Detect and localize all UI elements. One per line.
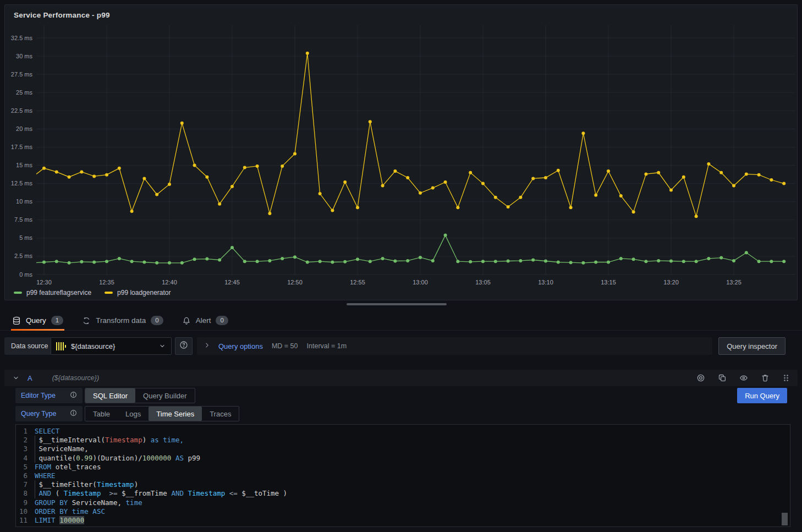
record-icon[interactable] (696, 374, 705, 382)
svg-text:13:20: 13:20 (663, 279, 679, 286)
query-type-logs[interactable]: Logs (118, 407, 149, 421)
svg-text:13:00: 13:00 (413, 279, 428, 286)
line-number: 8 (16, 489, 35, 498)
run-query-button[interactable]: Run Query (737, 388, 787, 403)
code-line: 3 ServiceName, (16, 445, 790, 453)
query-type-traces[interactable]: Traces (202, 407, 239, 421)
info-icon[interactable] (70, 391, 77, 400)
trash-icon[interactable] (761, 374, 770, 382)
chevron-right-icon (204, 341, 211, 351)
timeseries-panel: Service Performance - p99 0 ms2.5 ms5 ms… (4, 4, 798, 300)
tab-query-label: Query (26, 316, 46, 325)
datasource-value: ${datasource} (71, 342, 115, 350)
query-options-toggle[interactable]: Query options (204, 341, 263, 351)
datasource-picker[interactable]: ${datasource} (51, 337, 172, 355)
query-type-label-box: Query Type (15, 406, 83, 421)
svg-text:25 ms: 25 ms (16, 89, 32, 96)
svg-text:12:35: 12:35 (99, 279, 114, 286)
editor-type-sql-editor[interactable]: SQL Editor (85, 388, 135, 403)
tab-query-count: 1 (51, 316, 63, 325)
line-number: 9 (16, 498, 35, 507)
help-icon (179, 341, 188, 352)
line-number: 2 (16, 436, 35, 445)
query-row-actions (696, 374, 790, 382)
editor-type-label: Editor Type (21, 392, 56, 399)
tab-alert-label: Alert (196, 316, 211, 325)
duplicate-query-icon[interactable] (718, 374, 727, 382)
svg-text:12:30: 12:30 (36, 279, 52, 286)
code-line: 10ORDER BY time ASC (16, 507, 790, 516)
svg-text:7.5 ms: 7.5 ms (14, 216, 33, 223)
editor-type-group: SQL Editor Query Builder (85, 388, 195, 403)
svg-text:27.5 ms: 27.5 ms (11, 71, 33, 78)
svg-text:15 ms: 15 ms (16, 162, 32, 168)
svg-text:12.5 ms: 12.5 ms (11, 180, 33, 187)
tab-query[interactable]: Query 1 (11, 311, 64, 331)
query-datasource-hint: (${datasource}) (52, 374, 99, 382)
legend-item[interactable]: p99 loadgenerator (105, 289, 171, 297)
drag-handle-icon[interactable] (782, 374, 790, 382)
code-line: 2 $__timeInterval(Timestamp) as time, (16, 436, 790, 445)
editor-type-label-box: Editor Type (15, 388, 83, 403)
chart-canvas[interactable]: 0 ms2.5 ms5 ms7.5 ms10 ms12.5 ms15 ms17.… (5, 5, 797, 300)
query-type-table[interactable]: Table (85, 407, 118, 421)
svg-text:30 ms: 30 ms (16, 53, 32, 59)
panel-title[interactable]: Service Performance - p99 (14, 11, 110, 19)
sql-code-editor[interactable]: 1SELECT2 $__timeInterval(Timestamp) as t… (15, 424, 790, 527)
datasource-label: Data source (4, 337, 54, 355)
code-line: 7 $__timeFilter(Timestamp) (16, 480, 790, 489)
svg-text:20 ms: 20 ms (16, 125, 32, 132)
svg-text:2.5 ms: 2.5 ms (14, 253, 33, 259)
code-line: 9GROUP BY ServiceName, time (16, 498, 790, 507)
svg-text:0 ms: 0 ms (19, 271, 32, 278)
legend-swatch (105, 292, 113, 294)
svg-text:13:05: 13:05 (475, 279, 491, 286)
query-type-row: Query Type Table Logs Time Series Traces (15, 406, 239, 421)
transform-icon (82, 316, 91, 325)
code-line-content: ORDER BY time ASC (35, 507, 105, 516)
code-line-content: $__timeInterval(Timestamp) as time, (35, 436, 184, 445)
editor-type-query-builder[interactable]: Query Builder (135, 388, 194, 403)
code-line: 4 quantile(0.99)(Duration)/1000000 AS p9… (16, 454, 790, 463)
tab-transform-data[interactable]: Transform data 0 (81, 311, 164, 331)
svg-text:12:45: 12:45 (224, 279, 240, 286)
query-options-label: Query options (218, 342, 263, 350)
svg-text:12:55: 12:55 (350, 279, 365, 286)
query-toolbar: Data source ${datasource} (4, 337, 798, 355)
code-line-content: GROUP BY ServiceName, time (35, 498, 142, 507)
editor-tabs: Query 1 Transform data 0 A (0, 311, 802, 331)
editor-scrollbar-thumb[interactable] (782, 513, 788, 525)
tab-alert-count: 0 (216, 316, 228, 325)
svg-text:13:15: 13:15 (601, 279, 616, 286)
svg-text:12:50: 12:50 (287, 279, 303, 286)
info-icon[interactable] (70, 409, 77, 418)
svg-text:13:25: 13:25 (726, 279, 741, 286)
panel-resize-handle[interactable] (347, 303, 447, 305)
svg-text:5 ms: 5 ms (19, 234, 32, 241)
legend-swatch (14, 292, 22, 294)
clickhouse-logo-icon (56, 341, 66, 351)
code-line: 1SELECT (16, 427, 790, 436)
code-line: 5FROM otel_traces (16, 463, 790, 471)
code-line-content: AND ( Timestamp >= $__fromTime AND Times… (35, 489, 287, 498)
line-number: 1 (16, 427, 35, 436)
query-type-time-series[interactable]: Time Series (149, 407, 202, 421)
line-number: 4 (16, 454, 35, 463)
code-line-content: FROM otel_traces (35, 463, 101, 471)
svg-text:10 ms: 10 ms (16, 198, 32, 205)
svg-text:17.5 ms: 17.5 ms (11, 144, 33, 150)
tab-transform-count: 0 (151, 316, 163, 325)
code-line-content: LIMIT 100000 (35, 516, 84, 525)
query-type-label: Query Type (21, 410, 56, 418)
query-inspector-button[interactable]: Query inspector (718, 337, 785, 355)
eye-icon[interactable] (739, 374, 748, 382)
code-line-content: ServiceName, (35, 445, 89, 453)
collapse-chevron-icon[interactable] (12, 374, 20, 382)
svg-text:32.5 ms: 32.5 ms (11, 35, 33, 41)
chevron-down-icon (158, 342, 166, 350)
tab-alert[interactable]: Alert 0 (181, 311, 229, 331)
query-ref-id[interactable]: A (28, 374, 32, 382)
datasource-help-button[interactable] (175, 337, 193, 355)
query-options-bar: Query options MD = 50 Interval = 1m (197, 337, 712, 355)
legend-item[interactable]: p99 featureflagservice (14, 289, 91, 297)
